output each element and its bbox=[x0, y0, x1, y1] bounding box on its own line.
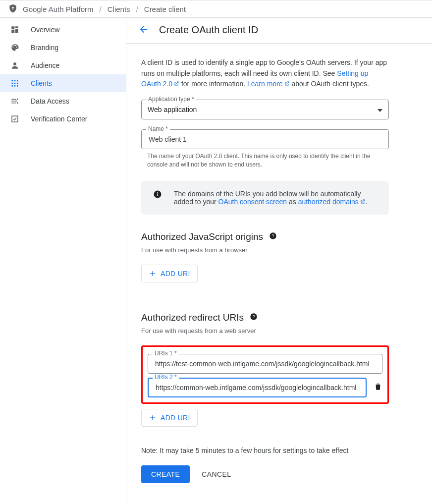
uri-2-input[interactable] bbox=[155, 383, 360, 392]
content-area: Create OAuth client ID A client ID is us… bbox=[126, 18, 432, 504]
name-helper: The name of your OAuth 2.0 client. This … bbox=[147, 152, 389, 169]
sidebar-item-verification[interactable]: Verification Center bbox=[0, 110, 126, 128]
svg-point-8 bbox=[17, 83, 18, 84]
info-box: The domains of the URIs you add below wi… bbox=[141, 181, 389, 215]
js-origins-sub: For use with requests from a browser bbox=[141, 246, 389, 254]
sidebar-item-label: Verification Center bbox=[31, 115, 87, 123]
palette-icon bbox=[10, 43, 20, 52]
name-field: Name * bbox=[141, 129, 389, 149]
svg-point-2 bbox=[13, 62, 16, 65]
js-origins-title: Authorized JavaScript origins ? bbox=[141, 231, 389, 242]
sidebar-item-overview[interactable]: Overview bbox=[0, 21, 126, 39]
breadcrumb-bar: Google Auth Platform / Clients / Create … bbox=[0, 0, 432, 18]
uri-1-input[interactable] bbox=[154, 359, 376, 368]
sidebar-item-audience[interactable]: Audience bbox=[0, 56, 126, 74]
redirect-uris-sub: For use with requests from a web server bbox=[141, 327, 389, 335]
svg-point-3 bbox=[11, 80, 13, 81]
add-js-uri-button[interactable]: ADD URI bbox=[141, 265, 198, 282]
actions: CREATE CANCEL bbox=[141, 465, 389, 483]
field-label: Name * bbox=[146, 125, 170, 132]
delete-uri-button[interactable] bbox=[374, 382, 382, 393]
redirect-uris-title: Authorized redirect URIs ? bbox=[141, 312, 389, 323]
sidebar-item-label: Clients bbox=[31, 79, 52, 87]
svg-point-13 bbox=[15, 101, 17, 102]
shield-icon bbox=[8, 3, 18, 15]
svg-point-5 bbox=[17, 80, 18, 81]
breadcrumb-sep: / bbox=[100, 5, 102, 13]
learn-more-link[interactable]: Learn more bbox=[247, 80, 290, 88]
breadcrumb-leaf: Create client bbox=[144, 5, 186, 13]
breadcrumb-mid[interactable]: Clients bbox=[108, 5, 130, 13]
svg-point-6 bbox=[11, 83, 13, 84]
sidebar-item-label: Branding bbox=[31, 44, 58, 52]
svg-point-7 bbox=[14, 83, 16, 84]
tune-icon bbox=[10, 97, 20, 106]
help-icon[interactable]: ? bbox=[250, 312, 258, 323]
highlight-box: URIs 1 * URIs 2 * bbox=[141, 345, 389, 404]
back-arrow-icon[interactable] bbox=[138, 24, 149, 36]
person-icon bbox=[10, 61, 20, 70]
application-type-field[interactable]: Application type * Web application bbox=[141, 100, 389, 119]
svg-point-17 bbox=[157, 192, 158, 193]
sidebar-item-clients[interactable]: Clients bbox=[0, 74, 126, 92]
dashboard-icon bbox=[10, 25, 20, 34]
uri-1-field: URIs 1 * bbox=[148, 354, 382, 374]
svg-point-4 bbox=[14, 80, 16, 81]
page-header: Create OAuth client ID bbox=[126, 18, 432, 44]
create-button[interactable]: CREATE bbox=[141, 465, 190, 483]
name-input[interactable] bbox=[148, 135, 382, 144]
authorized-domains-link[interactable]: authorized domains bbox=[298, 198, 366, 206]
intro-text: A client ID is used to identify a single… bbox=[141, 57, 389, 90]
apps-icon bbox=[10, 79, 20, 88]
sidebar: Overview Branding Audience Clients Data … bbox=[0, 18, 126, 504]
uri-2-field: URIs 2 * bbox=[148, 378, 367, 397]
note-text: Note: It may take 5 minutes to a few hou… bbox=[141, 447, 389, 454]
sidebar-item-data-access[interactable]: Data Access bbox=[0, 92, 126, 110]
dropdown-arrow-icon bbox=[378, 106, 382, 113]
help-icon[interactable]: ? bbox=[269, 231, 277, 242]
check-box-icon bbox=[10, 114, 20, 123]
svg-rect-16 bbox=[157, 193, 158, 196]
field-label: URIs 1 * bbox=[153, 350, 179, 357]
field-label: URIs 2 * bbox=[153, 374, 179, 381]
breadcrumb-sep: / bbox=[136, 5, 138, 13]
breadcrumb-root[interactable]: Google Auth Platform bbox=[23, 5, 94, 13]
sidebar-item-branding[interactable]: Branding bbox=[0, 39, 126, 56]
consent-screen-link[interactable]: OAuth consent screen bbox=[218, 198, 287, 206]
sidebar-item-label: Data Access bbox=[31, 97, 69, 105]
field-label: Application type * bbox=[146, 96, 196, 103]
svg-text:?: ? bbox=[252, 314, 255, 319]
sidebar-item-label: Overview bbox=[31, 26, 59, 34]
svg-point-14 bbox=[17, 102, 18, 104]
svg-rect-1 bbox=[12, 8, 13, 9]
svg-text:?: ? bbox=[271, 233, 274, 238]
svg-point-11 bbox=[17, 85, 18, 87]
svg-point-9 bbox=[11, 85, 13, 87]
svg-point-12 bbox=[17, 99, 18, 100]
page-title: Create OAuth client ID bbox=[159, 24, 258, 36]
application-type-value: Web application bbox=[148, 106, 197, 113]
info-icon bbox=[153, 190, 162, 200]
svg-point-10 bbox=[14, 85, 16, 87]
cancel-button[interactable]: CANCEL bbox=[199, 470, 234, 479]
sidebar-item-label: Audience bbox=[31, 61, 59, 69]
add-redirect-uri-button[interactable]: ADD URI bbox=[141, 409, 198, 427]
